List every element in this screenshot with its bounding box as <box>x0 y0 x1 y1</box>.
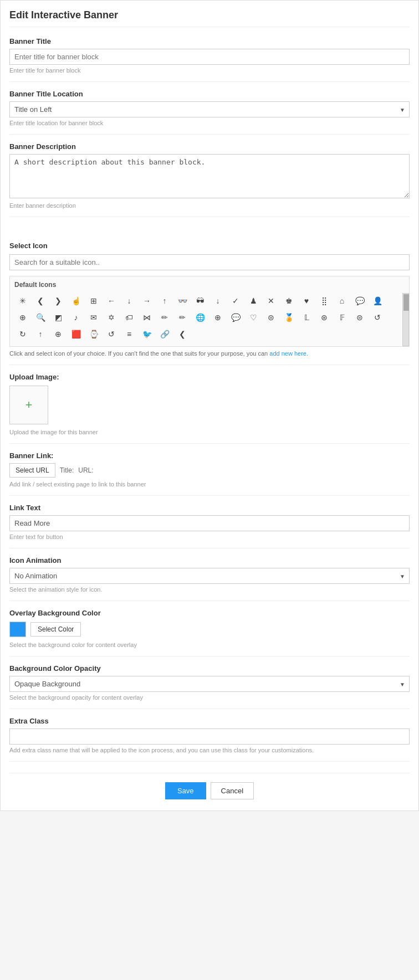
banner-description-textarea[interactable]: A short description about this banner bl… <box>9 154 410 198</box>
bg-opacity-hint: Select the background opacity for conten… <box>9 694 410 701</box>
icon-item[interactable]: ⌚ <box>85 326 102 342</box>
icon-item[interactable]: ◩ <box>50 310 67 325</box>
icon-item[interactable]: ✳ <box>14 293 31 309</box>
icon-item[interactable]: 👤 <box>369 293 386 309</box>
icon-item[interactable]: ✏ <box>156 310 173 325</box>
icon-item[interactable]: ⣿ <box>316 293 333 309</box>
icon-item[interactable]: 𝔽 <box>334 310 350 325</box>
banner-title-label: Banner Title <box>9 37 410 45</box>
icon-item[interactable]: ↑ <box>32 326 49 342</box>
icon-item[interactable]: ⋈ <box>139 310 155 325</box>
upload-image-box[interactable]: + <box>9 386 48 424</box>
icon-item[interactable]: ♚ <box>280 293 297 309</box>
icon-item[interactable]: 👓 <box>174 293 191 309</box>
cancel-button[interactable]: Cancel <box>211 782 254 799</box>
icon-item[interactable]: ⊛ <box>316 310 333 325</box>
icon-item[interactable]: ❮ <box>32 293 49 309</box>
icon-item[interactable]: ✕ <box>263 293 279 309</box>
icon-item[interactable]: 🏅 <box>280 310 297 325</box>
icon-footer: Click and select icon of your choice. If… <box>9 350 410 357</box>
icon-item[interactable]: 💬 <box>227 310 244 325</box>
color-row: Select Color <box>9 622 410 637</box>
banner-title-location-select[interactable]: Title on Left Title on Right Title on Ce… <box>9 101 410 117</box>
icon-animation-hint: Select the animation style for icon. <box>9 586 410 593</box>
overlay-bg-color-label: Overlay Background Color <box>9 609 410 617</box>
banner-title-input[interactable] <box>9 49 410 65</box>
icon-item[interactable]: 🟥 <box>68 326 84 342</box>
icon-item[interactable]: 🔗 <box>156 326 173 342</box>
icon-item[interactable]: → <box>139 293 155 309</box>
icon-item[interactable]: ⊕ <box>14 310 31 325</box>
icon-animation-label: Icon Animation <box>9 556 410 565</box>
icon-item[interactable]: 💬 <box>351 293 368 309</box>
extra-class-hint: Add extra class name that will be applie… <box>9 747 410 753</box>
link-text-label: Link Text <box>9 504 410 512</box>
bg-opacity-label: Background Color Opacity <box>9 664 410 673</box>
upload-plus-icon: + <box>25 398 33 412</box>
icon-item[interactable]: ♡ <box>245 310 262 325</box>
icon-item[interactable]: ⊜ <box>263 310 279 325</box>
icon-item[interactable]: ❮ <box>174 326 191 342</box>
icon-item[interactable]: 🐦 <box>139 326 155 342</box>
link-text-hint: Enter text for button <box>9 533 410 540</box>
select-url-button[interactable]: Select URL <box>9 463 55 478</box>
bottom-buttons: Save Cancel <box>9 773 410 799</box>
banner-link-row: Select URL Title: URL: <box>9 463 410 478</box>
icon-item[interactable]: 𝕃 <box>298 310 315 325</box>
banner-link-hint: Add link / select existing page to link … <box>9 481 410 488</box>
icon-item[interactable]: ↓ <box>121 293 137 309</box>
select-color-button[interactable]: Select Color <box>30 622 81 637</box>
icon-item[interactable]: ← <box>103 293 120 309</box>
icon-item[interactable]: ↓ <box>209 293 226 309</box>
icon-item[interactable]: ✏ <box>174 310 191 325</box>
banner-title-location-hint: Enter title location for banner block <box>9 120 410 126</box>
icon-item[interactable]: 🌐 <box>192 310 208 325</box>
icon-item[interactable]: 🕶 <box>192 293 208 309</box>
icon-item[interactable]: ♟ <box>245 293 262 309</box>
save-button[interactable]: Save <box>165 782 206 799</box>
upload-image-hint: Upload the image for this banner <box>9 429 410 435</box>
link-text-input[interactable] <box>9 515 410 531</box>
icon-search-input[interactable] <box>9 254 410 270</box>
add-new-icon-link[interactable]: add new here. <box>269 350 308 357</box>
extra-class-label: Extra Class <box>9 717 410 725</box>
icon-item[interactable]: ⌂ <box>334 293 350 309</box>
extra-class-input[interactable] <box>9 728 410 745</box>
icon-box-title: Default Icons <box>14 281 405 289</box>
banner-description-hint: Enter banner description <box>9 202 410 209</box>
upload-image-label: Upload Image: <box>9 373 410 381</box>
icon-item[interactable]: ♥ <box>298 293 315 309</box>
overlay-bg-color-hint: Select the background color for content … <box>9 642 410 648</box>
banner-description-label: Banner Description <box>9 142 410 151</box>
icon-item[interactable]: ⊞ <box>85 293 102 309</box>
icon-item[interactable]: ≡ <box>121 326 137 342</box>
bg-opacity-select[interactable]: Opaque Background 10% Transparent 25% Tr… <box>9 676 410 692</box>
icon-scrollbar[interactable] <box>402 293 409 346</box>
icon-item[interactable]: ✓ <box>227 293 244 309</box>
icon-item[interactable]: ↺ <box>103 326 120 342</box>
select-icon-label: Select Icon <box>9 242 410 250</box>
icon-item[interactable]: ↺ <box>369 310 386 325</box>
icon-item[interactable]: ✡ <box>103 310 120 325</box>
icon-animation-select[interactable]: No Animation Pulse Spin Bounce <box>9 568 410 584</box>
icon-item[interactable]: ↑ <box>156 293 173 309</box>
icon-item[interactable]: ✉ <box>85 310 102 325</box>
icon-item[interactable]: ⊕ <box>50 326 67 342</box>
icon-item[interactable]: ⊕ <box>209 310 226 325</box>
icon-item[interactable]: 🏷 <box>121 310 137 325</box>
icon-item[interactable]: ❯ <box>50 293 67 309</box>
banner-link-label: Banner Link: <box>9 451 410 460</box>
icon-item[interactable]: ♪ <box>68 310 84 325</box>
color-swatch <box>9 622 26 637</box>
banner-link-url-label: URL: <box>78 466 93 474</box>
banner-link-title-label: Title: <box>60 466 74 474</box>
banner-title-hint: Enter title for banner block <box>9 67 410 74</box>
icon-item[interactable]: ⊜ <box>351 310 368 325</box>
icon-item[interactable]: ↻ <box>14 326 31 342</box>
icon-item[interactable]: 🔍 <box>32 310 49 325</box>
icon-item[interactable]: ☝ <box>68 293 84 309</box>
page-title: Edit Interactive Banner <box>9 9 410 27</box>
icons-grid: ✳ ❮ ❯ ☝ ⊞ ← ↓ → ↑ 👓 🕶 ↓ ✓ ♟ ✕ ♚ ♥ ⣿ ⌂ <box>14 293 405 342</box>
banner-title-location-label: Banner Title Location <box>9 90 410 98</box>
